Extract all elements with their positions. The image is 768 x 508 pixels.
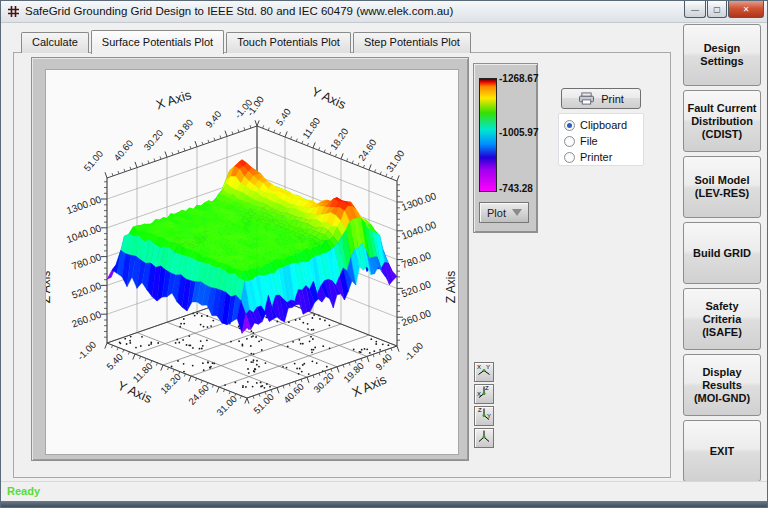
sidebar-button-display-results[interactable]: Display Results (MOI-GND) (683, 354, 761, 416)
svg-text:31.00: 31.00 (214, 393, 239, 418)
radio-label: Clipboard (580, 119, 627, 131)
maximize-button[interactable]: ▢ (707, 1, 727, 18)
svg-text:30.20: 30.20 (141, 127, 165, 152)
svg-text:31.00: 31.00 (384, 148, 407, 174)
radio-label: File (580, 135, 598, 147)
svg-text:X Axis: X Axis (154, 87, 193, 113)
titlebar[interactable]: SafeGrid Grounding Grid Design to IEEE S… (1, 1, 767, 23)
app-grid-icon (7, 5, 20, 18)
svg-text:780.00: 780.00 (70, 251, 103, 272)
svg-text:780.00: 780.00 (400, 250, 433, 271)
app-window: SafeGrid Grounding Grid Design to IEEE S… (0, 0, 768, 508)
svg-text:Y: Y (486, 364, 490, 370)
window-controls: —▢✕ (683, 1, 764, 18)
tab-surface-potentials-plot[interactable]: Surface Potentials Plot (91, 30, 224, 54)
svg-text:X: X (477, 364, 481, 370)
svg-text:Z: Z (478, 407, 482, 413)
minimize-button[interactable]: — (684, 1, 706, 18)
radio-clipboard[interactable]: Clipboard (564, 117, 643, 133)
plot-canvas[interactable]: -1.009.4019.8030.2040.6051.00-1.005.4011… (45, 69, 459, 455)
sidebar-button-safety-criteria[interactable]: Safety Criteria (ISAFE) (683, 288, 761, 350)
radio-printer[interactable]: Printer (564, 149, 643, 165)
svg-text:24.60: 24.60 (186, 382, 211, 407)
svg-text:-1.00: -1.00 (402, 340, 425, 363)
plot-dropdown-label: Plot (487, 207, 506, 219)
view-3d-button[interactable] (474, 428, 494, 448)
svg-text:520.00: 520.00 (400, 278, 433, 299)
svg-text:19.80: 19.80 (171, 117, 195, 142)
svg-text:5.40: 5.40 (273, 106, 293, 127)
tab-touch-potentials-plot[interactable]: Touch Potentials Plot (226, 32, 351, 53)
svg-text:51.00: 51.00 (81, 148, 105, 173)
scale-mid-label: -1005.97 (499, 127, 538, 138)
svg-text:18.20: 18.20 (328, 126, 351, 152)
view-xy-button[interactable]: XY (474, 362, 494, 382)
chevron-down-icon (512, 209, 522, 216)
print-destination-group: ClipboardFilePrinter (558, 113, 644, 166)
tab-strip: CalculateSurface Potentials PlotTouch Po… (21, 30, 473, 53)
svg-text:260.00: 260.00 (70, 309, 103, 330)
svg-text:24.60: 24.60 (356, 137, 379, 163)
close-button[interactable]: ✕ (728, 1, 764, 18)
radio-label: Printer (580, 151, 612, 163)
svg-text:9.40: 9.40 (203, 109, 223, 130)
svg-text:1040.00: 1040.00 (400, 219, 438, 242)
svg-text:1040.00: 1040.00 (65, 222, 103, 245)
radio-file[interactable]: File (564, 133, 643, 149)
plot-dropdown[interactable]: Plot (479, 202, 529, 223)
tab-step-potentials-plot[interactable]: Step Potentials Plot (353, 32, 471, 53)
svg-text:-1.00: -1.00 (244, 94, 265, 118)
surface-plot-panel: -1.009.4019.8030.2040.6051.00-1.005.4011… (31, 57, 469, 461)
svg-text:11.80: 11.80 (130, 360, 154, 384)
view-buttons: XYXZZY (474, 362, 494, 450)
svg-text:260.00: 260.00 (400, 307, 433, 328)
print-button[interactable]: Print (561, 88, 641, 109)
view-xy-icon: XY (476, 362, 492, 382)
radio-icon (564, 152, 575, 163)
svg-text:5.40: 5.40 (104, 351, 125, 372)
scale-min-label: -743.28 (499, 183, 533, 194)
window-bottom-frame (1, 501, 767, 508)
tab-calculate[interactable]: Calculate (21, 32, 89, 53)
printer-icon (578, 92, 595, 105)
svg-text:Z Axis: Z Axis (46, 271, 53, 304)
svg-text:40.60: 40.60 (111, 138, 135, 163)
status-text: Ready (7, 485, 40, 497)
color-gradient-bar (479, 78, 497, 192)
sidebar-button-fault-current-distribution[interactable]: Fault Current Distribution (CDIST) (683, 90, 761, 152)
svg-text:9.40: 9.40 (373, 351, 394, 372)
svg-text:1300.00: 1300.00 (400, 190, 438, 213)
sidebar-button-exit[interactable]: EXIT (683, 420, 761, 482)
svg-text:18.20: 18.20 (158, 371, 183, 396)
radio-icon (564, 136, 575, 147)
color-scale: -1268.67 -1005.97 -743.28 Plot (473, 63, 538, 233)
window-title: SafeGrid Grounding Grid Design to IEEE S… (25, 5, 453, 17)
sidebar-button-soil-model[interactable]: Soil Model (LEV-RES) (683, 156, 761, 218)
svg-text:Y Axis: Y Axis (309, 84, 348, 113)
view-zy-button[interactable]: ZY (474, 406, 494, 426)
sidebar-button-build-grid[interactable]: Build GRID (683, 222, 761, 284)
svg-text:1300.00: 1300.00 (65, 193, 103, 216)
view-zy-icon: ZY (476, 406, 492, 426)
view-xz-button[interactable]: XZ (474, 384, 494, 404)
print-button-label: Print (601, 93, 624, 105)
svg-text:-1.00: -1.00 (75, 339, 98, 362)
radio-selected-icon (564, 120, 575, 131)
view-3d-icon (476, 428, 492, 448)
svg-text:Z: Z (485, 385, 489, 391)
scale-max-label: -1268.67 (499, 73, 538, 84)
svg-text:11.80: 11.80 (300, 115, 322, 140)
surface-plot-3d[interactable]: -1.009.4019.8030.2040.6051.00-1.005.4011… (46, 70, 458, 454)
status-bar: Ready (1, 481, 767, 501)
svg-text:Z Axis: Z Axis (444, 271, 458, 304)
sidebar-button-design-settings[interactable]: Design Settings (683, 24, 761, 86)
view-xz-icon: XZ (476, 384, 492, 404)
svg-text:520.00: 520.00 (70, 280, 103, 301)
